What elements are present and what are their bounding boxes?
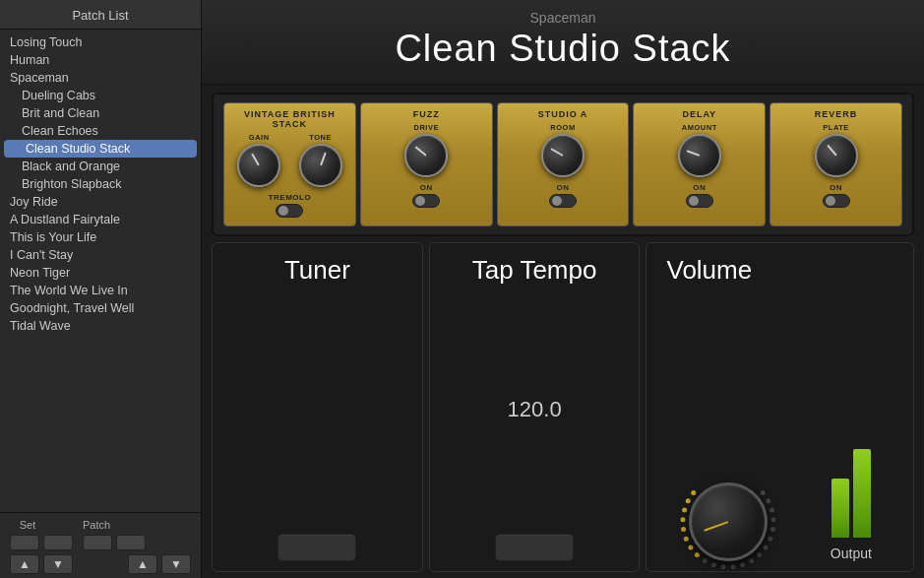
tremolo-toggle[interactable] xyxy=(276,204,303,218)
svg-point-14 xyxy=(757,552,762,557)
amp-section-studio-a: STUDIO A ROOM ON xyxy=(497,102,630,226)
amp-knobs-row-fuzz: DRIVE xyxy=(365,123,488,177)
svg-point-21 xyxy=(760,490,765,495)
patch-item-3[interactable]: Dueling Cabs xyxy=(0,87,201,104)
amp-section-fuzz-title: FUZZ xyxy=(365,109,488,119)
patch-item-7[interactable]: Black and Orange xyxy=(0,158,201,175)
patch-item-4[interactable]: Brit and Clean xyxy=(0,104,201,122)
gain-label: GAIN xyxy=(249,133,270,142)
patch-item-10[interactable]: A Dustland Fairytale xyxy=(0,211,201,228)
set-patch-bar: Set Patch ▲ ▼ ▲ ▼ xyxy=(0,512,201,578)
svg-point-1 xyxy=(685,498,690,503)
amount-knob-group: AMOUNT xyxy=(678,123,721,177)
volume-indicator xyxy=(704,521,728,532)
amp-section-delay: DELAY AMOUNT ON xyxy=(633,102,766,226)
main-area: Spaceman Clean Studio Stack VINTAGE BRIT… xyxy=(202,0,924,578)
tuner-card: Tuner xyxy=(212,242,423,572)
meter-bar-right xyxy=(853,449,871,538)
bottom-area: Tuner Tap Tempo 120.0 Volume xyxy=(212,242,914,572)
amp-section-reverb-title: REVERB xyxy=(774,109,897,119)
patch-item-8[interactable]: Brighton Slapback xyxy=(0,175,201,193)
amp-section-reverb: REVERB PLATE ON xyxy=(770,102,902,226)
fuzz-on-label: ON xyxy=(365,183,488,192)
svg-point-8 xyxy=(702,558,707,563)
room-knob[interactable] xyxy=(541,134,585,177)
patch-item-12[interactable]: I Can't Stay xyxy=(0,246,201,264)
volume-knob[interactable] xyxy=(689,482,768,561)
drive-label: DRIVE xyxy=(413,123,438,132)
patch-label: Patch xyxy=(77,519,116,531)
patch-item-15[interactable]: Goodnight, Travel Well xyxy=(0,299,201,317)
output-label: Output xyxy=(831,546,872,561)
set-arrow-down[interactable]: ▼ xyxy=(43,554,73,574)
set-btn-1[interactable] xyxy=(10,535,39,550)
reverb-toggle[interactable] xyxy=(823,194,850,208)
patch-item-13[interactable]: Neon Tiger xyxy=(0,264,201,282)
svg-point-5 xyxy=(683,537,688,542)
svg-point-2 xyxy=(682,507,687,512)
amp-sections: VINTAGE BRITISH STACK GAIN TONE xyxy=(223,102,902,226)
tuner-button[interactable] xyxy=(277,534,356,561)
svg-point-13 xyxy=(749,558,754,563)
svg-point-9 xyxy=(710,562,715,567)
patch-item-16[interactable]: Tidal Wave xyxy=(0,317,201,335)
svg-point-17 xyxy=(770,527,774,532)
patch-btn-2[interactable] xyxy=(116,535,146,550)
patch-item-11[interactable]: This is Your Life xyxy=(0,228,201,246)
patch-item-6[interactable]: Clean Studio Stack xyxy=(4,140,197,158)
svg-point-0 xyxy=(691,490,696,495)
set-arrow-up[interactable]: ▲ xyxy=(10,554,39,574)
patch-item-5[interactable]: Clean Echoes xyxy=(0,122,201,140)
amp-section-vintage-title: VINTAGE BRITISH STACK xyxy=(228,109,351,129)
room-knob-group: ROOM xyxy=(541,123,585,177)
volume-title: Volume xyxy=(666,255,752,286)
sidebar: Patch List Losing TouchHumanSpacemanDuel… xyxy=(0,0,202,578)
svg-point-18 xyxy=(770,517,775,522)
patch-arrow-up[interactable]: ▲ xyxy=(128,554,157,574)
preset-name: Clean Studio Stack xyxy=(221,28,904,70)
patch-arrows: ▲ ▼ xyxy=(128,554,191,574)
patch-item-0[interactable]: Losing Touch xyxy=(0,33,201,51)
svg-point-15 xyxy=(763,545,768,549)
studio-on-label: ON xyxy=(502,183,625,192)
tremolo-label: TREMOLO xyxy=(228,193,351,202)
patch-item-2[interactable]: Spaceman xyxy=(0,69,201,87)
amp-knobs-row-studio: ROOM xyxy=(502,123,625,177)
tempo-value: 120.0 xyxy=(508,397,562,422)
tap-tempo-card: Tap Tempo 120.0 xyxy=(429,242,641,572)
amount-knob[interactable] xyxy=(678,134,721,177)
patch-item-1[interactable]: Human xyxy=(0,51,201,69)
studio-toggle[interactable] xyxy=(549,194,577,208)
amp-knobs-row-delay: AMOUNT xyxy=(638,123,761,177)
meter-bars xyxy=(832,439,871,538)
patch-item-14[interactable]: The World We Live In xyxy=(0,282,201,299)
amp-knobs-row-vintage: GAIN TONE xyxy=(228,133,351,187)
set-btn-2[interactable] xyxy=(43,535,73,550)
tone-knob[interactable] xyxy=(299,144,342,187)
patch-arrow-down[interactable]: ▼ xyxy=(161,554,191,574)
amount-label: AMOUNT xyxy=(682,123,717,132)
amp-section-delay-title: DELAY xyxy=(638,109,761,119)
tap-tempo-button[interactable] xyxy=(495,534,574,561)
fuzz-toggle[interactable] xyxy=(412,194,440,208)
amp-panel: VINTAGE BRITISH STACK GAIN TONE xyxy=(212,93,914,236)
amp-section-vintage: VINTAGE BRITISH STACK GAIN TONE xyxy=(223,102,356,226)
drive-knob[interactable] xyxy=(404,134,448,177)
plate-knob[interactable] xyxy=(815,134,858,177)
patch-item-9[interactable]: Joy Ride xyxy=(0,193,201,211)
plate-knob-group: PLATE xyxy=(815,123,858,177)
svg-point-16 xyxy=(768,537,772,542)
set-label: Set xyxy=(8,519,47,531)
gain-knob[interactable] xyxy=(237,144,280,187)
tone-label: TONE xyxy=(309,133,332,142)
svg-point-6 xyxy=(688,545,693,549)
patch-btn-1[interactable] xyxy=(83,535,112,550)
set-arrows: ▲ ▼ xyxy=(10,554,73,574)
tone-knob-group: TONE xyxy=(299,133,342,187)
tuner-title: Tuner xyxy=(284,255,350,286)
delay-toggle[interactable] xyxy=(686,194,713,208)
room-label: ROOM xyxy=(550,123,575,132)
volume-card: Volume Output xyxy=(646,242,914,572)
delay-on-label: ON xyxy=(638,183,761,192)
patch-list-title: Patch List xyxy=(0,0,201,30)
